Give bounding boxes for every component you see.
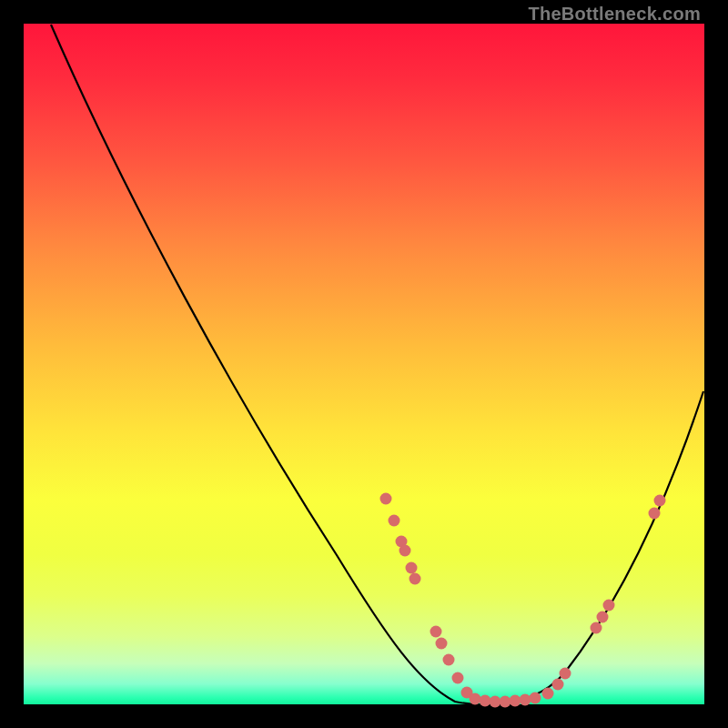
attribution-watermark: TheBottleneck.com [528, 4, 701, 25]
chart-plot-area [24, 24, 704, 704]
